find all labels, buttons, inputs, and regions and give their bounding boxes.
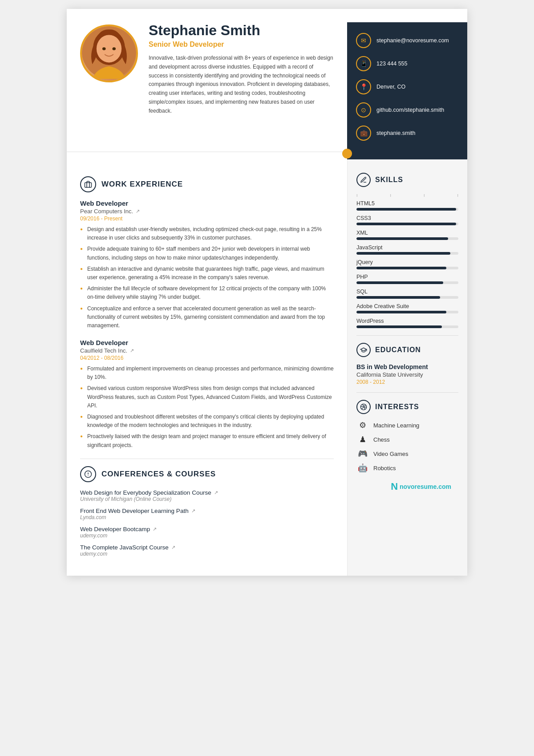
skill-item: Adobe Creative Suite [356,303,458,313]
conf-ext-2[interactable]: ↗ [191,508,195,514]
svg-point-4 [113,47,116,50]
skill-bar-fill [356,281,443,284]
svg-rect-5 [85,183,92,187]
interest-icon: ♟ [356,435,369,444]
skill-item: WordPress [356,318,458,328]
contact-phone: 📱 123 444 555 [356,56,458,71]
job-title: Senior Web Developer [149,41,334,49]
job-1-date: 09/2016 - Present [80,215,334,222]
job-2: Web Developer Caulfield Tech Inc. ↗ 04/2… [80,339,334,450]
resume-container: Stephanie Smith Senior Web Developer Inn… [67,9,467,576]
ext-link-icon-1[interactable]: ↗ [136,208,140,214]
divider-left [67,151,347,159]
interest-name: Robotics [373,465,396,471]
contact-location: 📍 Denver, CO [356,79,458,94]
edu-date: 2008 - 2012 [356,379,458,385]
skill-item: JavaScript [356,244,458,255]
skill-bar-fill [356,208,456,211]
bullet-item: Diagnosed and troubleshoot different web… [80,413,334,430]
skill-bar-bg [356,237,458,240]
skill-name: SQL [356,289,458,295]
skill-item: SQL [356,289,458,299]
header-left: Stephanie Smith Senior Web Developer Inn… [67,22,347,151]
briefcase-icon [80,176,96,192]
conf-3-sub: udemy.com [80,532,334,539]
skill-bar-bg [356,267,458,269]
conf-1-sub: University of Michigan (Online Course) [80,496,334,502]
skill-bar-bg [356,208,458,211]
interest-name: Machine Learning [373,422,419,429]
interests-title: Interests [375,403,419,411]
svg-point-2 [97,35,121,62]
novo-n-letter: N [391,481,398,492]
skill-bar-bg [356,311,458,313]
conf-2: Front End Web Developer Learning Path ↗ … [80,508,334,520]
bullet-item: Administer the full lifecycle of softwar… [80,285,334,301]
skill-bar-bg [356,296,458,299]
conf-ext-4[interactable]: ↗ [171,545,175,550]
bullet-item: Conceptualize and enforce a server that … [80,305,334,330]
section-divider [80,459,334,459]
conf-2-sub: Lynda.com [80,514,334,520]
skill-bar-fill [356,237,448,240]
conf-4-sub: udemy.com [80,551,334,557]
interest-name: Video Games [373,451,409,457]
interests-header: Interests [356,400,458,414]
conf-4: The Complete JavaScript Course ↗ udemy.c… [80,544,334,557]
interest-name: Chess [373,436,390,443]
conf-ext-1[interactable]: ↗ [214,490,218,496]
interest-icon: 🤖 [356,463,369,473]
novoresume-footer: N novoresume.com [356,477,458,496]
skill-name: jQuery [356,259,458,265]
conf-2-title: Front End Web Developer Learning Path ↗ [80,508,334,514]
linkedin-icon: 💼 [356,126,371,141]
header-info: Stephanie Smith Senior Web Developer Inn… [149,22,334,138]
conf-3-title: Web Developer Bootcamp ↗ [80,526,334,532]
interests-icon [356,400,371,414]
skill-item: HTML5 [356,200,458,211]
skill-bar-fill [356,311,446,313]
skill-item: XML [356,230,458,240]
conf-3: Web Developer Bootcamp ↗ udemy.com [80,526,334,539]
job-2-title: Web Developer [80,339,334,346]
github-icon: ⊙ [356,102,371,118]
skill-scale-row: I I I I [356,193,458,198]
skills-header: Skills [356,173,458,187]
bullet-item: Design and establish user-friendly websi… [80,225,334,242]
bullet-item: Formulated and implement improvements on… [80,365,334,382]
bullet-item: Establish an interactive and dynamic web… [80,265,334,282]
ext-link-icon-2[interactable]: ↗ [130,348,134,354]
conferences-header: Conferences & Courses [80,466,334,482]
divider-row [67,151,467,159]
skill-bar-fill [356,267,446,269]
conf-1: Web Design for Everybody Specialization … [80,489,334,502]
education-title: Education [375,346,421,354]
location-icon: 📍 [356,79,371,94]
svg-point-3 [102,47,106,50]
skill-bar-bg [356,325,458,328]
contact-linkedin: 💼 stephanie.smith [356,126,458,141]
header-section: Stephanie Smith Senior Web Developer Inn… [67,9,467,151]
interest-icon: ⚙ [356,420,369,430]
skill-bar-fill [356,252,450,255]
main-column: Work Experience Web Developer Pear Compu… [67,159,347,576]
contact-sidebar: ✉ stephanie@novoresume.com 📱 123 444 555… [347,22,467,151]
contact-github: ⊙ github.com/stephanie.smith [356,102,458,118]
conf-ext-3[interactable]: ↗ [153,526,157,532]
skill-bar-bg [356,223,458,225]
skill-bar-fill [356,223,456,225]
phone-icon: 📱 [356,56,371,71]
skill-name: JavaScript [356,244,458,251]
bullet-item: Devised various custom responsive WordPr… [80,384,334,410]
education-header: Education [356,343,458,357]
email-icon: ✉ [356,33,371,48]
skill-name: WordPress [356,318,458,324]
avatar-image [82,26,136,81]
skill-name: PHP [356,274,458,280]
bullet-item: Provide adequate training to 60+ staff m… [80,245,334,262]
divider-right [347,151,467,159]
candidate-name: Stephanie Smith [149,22,334,39]
education-icon [356,343,371,357]
job-2-company: Caulfield Tech Inc. ↗ [80,347,334,354]
novo-brand: novoresume.com [400,483,451,490]
